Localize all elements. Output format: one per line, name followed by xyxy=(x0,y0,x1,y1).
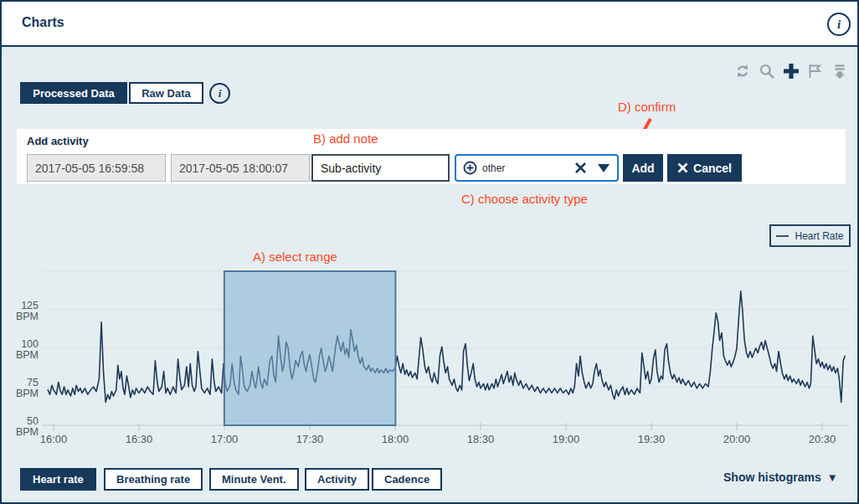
show-histograms-label: Show histograms xyxy=(723,471,821,484)
x-axis-label: 20:30 xyxy=(809,433,836,445)
charts-page: Charts i Processed Data Raw Data i D) co… xyxy=(0,0,859,504)
x-axis-label: 17:00 xyxy=(211,433,239,445)
x-axis-label: 18:30 xyxy=(467,433,495,445)
y-axis-label: 50BPM xyxy=(16,415,39,438)
show-histograms-toggle[interactable]: Show histograms ▼ xyxy=(723,471,838,484)
y-axis-label: 100BPM xyxy=(16,338,39,361)
y-axis-label: 75BPM xyxy=(16,377,39,399)
triangle-down-icon: ▼ xyxy=(827,471,838,484)
x-axis-label: 20:00 xyxy=(723,433,751,445)
y-axis-label: 125BPM xyxy=(16,300,39,322)
heart-rate-chart[interactable]: 125BPM100BPM75BPM50BPM16:0016:3017:0017:… xyxy=(2,2,859,504)
tab-heart-rate[interactable]: Heart rate xyxy=(20,468,96,491)
tab-activity[interactable]: Activity xyxy=(305,468,369,491)
tab-breathing-rate[interactable]: Breathing rate xyxy=(104,468,203,491)
x-axis-label: 19:00 xyxy=(553,433,580,445)
x-axis-label: 16:30 xyxy=(126,433,153,445)
x-axis-label: 16:00 xyxy=(40,433,68,445)
x-axis-label: 19:30 xyxy=(638,433,666,445)
x-axis-label: 18:00 xyxy=(382,433,409,445)
x-axis-label: 17:30 xyxy=(296,433,324,445)
tab-minute-vent[interactable]: Minute Vent. xyxy=(209,468,299,491)
tab-cadence[interactable]: Cadence xyxy=(372,468,442,491)
selection-rectangle[interactable] xyxy=(224,271,396,425)
heart-rate-line xyxy=(48,291,845,403)
